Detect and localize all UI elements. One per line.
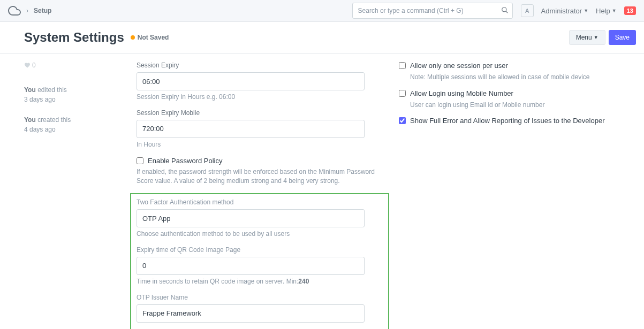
user-label: Administrator xyxy=(541,7,582,15)
enable-password-policy-help: If enabled, the password strength will b… xyxy=(137,167,383,186)
otp-issuer-label: OTP Issuer Name xyxy=(137,294,383,301)
likes-count: 0 xyxy=(32,62,36,69)
two-factor-section: Two Factor Authentication method Choose … xyxy=(130,193,389,329)
likes-row: 0 xyxy=(24,62,112,69)
caret-down-icon: ▼ xyxy=(584,8,588,13)
search-box xyxy=(352,3,513,19)
allow-one-session-checkbox[interactable] xyxy=(399,62,406,69)
chevron-right-icon: › xyxy=(26,7,28,14)
enable-password-policy-label[interactable]: Enable Password Policy xyxy=(148,157,222,166)
session-expiry-help: Session Expiry in Hours e.g. 06:00 xyxy=(137,93,383,102)
caret-down-icon: ▼ xyxy=(594,35,598,40)
allow-one-session-label[interactable]: Allow only one session per user xyxy=(410,62,508,71)
allow-one-session-help: Note: Multiple sessions will be allowed … xyxy=(410,73,618,82)
allow-mobile-login-checkbox[interactable] xyxy=(399,90,406,97)
save-button[interactable]: Save xyxy=(609,30,636,45)
qr-expiry-label: Expiry time of QR Code Image Page xyxy=(137,246,383,254)
allow-mobile-login-label[interactable]: Allow Login using Mobile Number xyxy=(410,89,513,98)
session-expiry-mobile-label: Session Expiry Mobile xyxy=(137,109,383,117)
session-expiry-mobile-help: In Hours xyxy=(137,140,383,149)
enable-password-policy-checkbox[interactable] xyxy=(137,157,143,164)
allow-mobile-login-help: User can login using Email id or Mobile … xyxy=(410,101,618,110)
status-dot xyxy=(131,35,135,40)
show-full-error-label[interactable]: Show Full Error and Allow Reporting of I… xyxy=(410,117,604,126)
search-input[interactable] xyxy=(352,3,513,19)
qr-expiry-help: Time in seconds to retain QR code image … xyxy=(137,277,383,286)
caret-down-icon: ▼ xyxy=(612,8,617,13)
session-expiry-input[interactable] xyxy=(137,72,365,90)
help-dropdown[interactable]: Help ▼ xyxy=(596,7,617,15)
logo-icon[interactable] xyxy=(8,4,21,17)
user-dropdown[interactable]: Administrator ▼ xyxy=(541,7,589,15)
session-expiry-mobile-input[interactable] xyxy=(137,120,365,138)
two-factor-method-label: Two Factor Authentication method xyxy=(137,198,383,206)
timeline-item: You edited this 3 days ago xyxy=(24,85,112,104)
otp-issuer-input[interactable] xyxy=(137,304,365,323)
qr-expiry-input[interactable] xyxy=(137,257,365,275)
svg-point-0 xyxy=(502,7,506,12)
search-icon[interactable] xyxy=(501,6,509,14)
show-full-error-checkbox[interactable] xyxy=(399,117,406,124)
breadcrumb-setup[interactable]: Setup xyxy=(34,7,51,14)
help-label: Help xyxy=(596,7,610,15)
two-factor-method-input[interactable] xyxy=(137,209,365,227)
notification-badge[interactable]: 13 xyxy=(624,6,636,15)
svg-line-1 xyxy=(505,11,507,13)
timeline-item: You created this 4 days ago xyxy=(24,115,112,134)
status-indicator: Not Saved xyxy=(131,34,169,41)
page-title: System Settings xyxy=(24,30,124,45)
menu-button-label: Menu xyxy=(576,34,592,41)
session-expiry-label: Session Expiry xyxy=(137,62,383,69)
two-factor-method-help: Choose authentication method to be used … xyxy=(137,229,383,239)
avatar: A xyxy=(521,4,534,17)
menu-button[interactable]: Menu ▼ xyxy=(569,30,605,45)
status-text: Not Saved xyxy=(138,34,169,41)
